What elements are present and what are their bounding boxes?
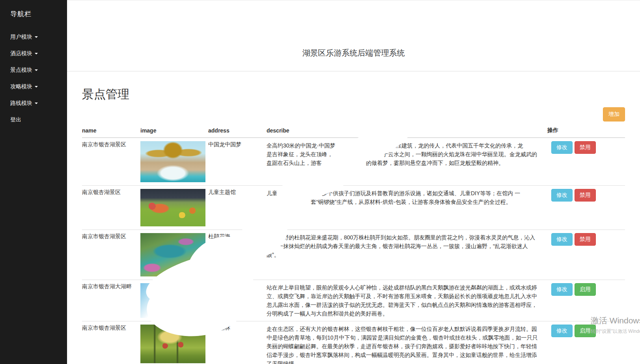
- row-actions: 修改禁用: [547, 230, 625, 280]
- column-header: name: [82, 124, 140, 138]
- sidebar-item-label: 路线模块: [10, 100, 32, 106]
- sidebar-item-label: 景点模块: [10, 67, 32, 73]
- spot-name: 南京市银杏湖景区: [82, 321, 140, 364]
- sidebar-item-module[interactable]: 用户模块: [0, 29, 67, 45]
- disable-button[interactable]: 禁用: [575, 141, 596, 154]
- watermark-line2: 转到“设置”以激活 Windows。: [591, 328, 640, 335]
- table-header-row: nameimageaddressdescribe操作: [82, 124, 625, 138]
- column-header: address: [208, 124, 267, 138]
- chevron-down-icon: [35, 53, 38, 54]
- spot-name: 南京市银杏湖大湖畔: [82, 280, 140, 321]
- edit-button[interactable]: 修改: [551, 283, 573, 296]
- sidebar-item-module[interactable]: 景点模块: [0, 62, 67, 78]
- sidebar-item-label: 酒店模块: [10, 50, 32, 56]
- windows-activation-watermark: 激活 Windows 转到“设置”以激活 Windows。: [591, 315, 640, 335]
- spot-describe: 站在岸上举目眺望，眼前的景观令人心旷神怡，远处成群结队的黑白天鹅飘游在波光粼粼的…: [267, 280, 547, 321]
- spot-describe: 遍野的杜鹃花迎来盛花期，800万株杜鹃开到如火如荼。朋友圈里的赏花之约，弥漫着水…: [267, 230, 547, 280]
- edit-button[interactable]: 修改: [551, 325, 573, 337]
- header-divider: [67, 71, 640, 71]
- sidebar-item-label: 登出: [10, 116, 21, 123]
- kids-playground-image: [140, 189, 205, 226]
- golden-dragon-fountain-image: [140, 141, 205, 182]
- spot-address: 中国龙中国梦: [208, 138, 267, 186]
- sidebar-nav: 用户模块酒店模块景点模块攻略模块路线模块登出: [0, 29, 67, 128]
- page-title: 景点管理: [82, 86, 625, 103]
- edit-button[interactable]: 修改: [551, 189, 573, 202]
- enable-button[interactable]: 启用: [575, 283, 596, 296]
- sidebar-item-module[interactable]: 路线模块: [0, 95, 67, 112]
- chevron-down-icon: [35, 69, 38, 71]
- chevron-down-icon: [35, 36, 38, 38]
- toolbar: 增加: [82, 107, 625, 121]
- sidebar-title: 导航栏: [0, 0, 67, 26]
- sidebar-item-logout[interactable]: 登出: [0, 112, 67, 128]
- disable-button[interactable]: 禁用: [575, 233, 596, 246]
- table-row: 南京银杏湖景区儿童主题馆儿童 了多个供孩子们游玩及科普教育的游乐设施，诸如交通城…: [82, 186, 625, 230]
- row-actions: 修改禁用: [547, 186, 625, 230]
- spot-name: 南京市银杏湖景区: [82, 138, 140, 186]
- watermark-line1: 激活 Windows: [591, 315, 640, 326]
- sidebar-item-label: 攻略模块: [10, 83, 32, 90]
- spot-name: 南京银杏湖景区: [82, 186, 140, 230]
- disable-button[interactable]: 禁用: [575, 189, 596, 202]
- sidebar-item-label: 用户模块: [10, 34, 32, 40]
- column-header: 操作: [547, 124, 625, 138]
- row-actions: 修改禁用: [547, 138, 625, 186]
- spot-describe: 走在生态区，还有大片的银杏树林，这些银杏树枝干粗壮，像一位位百岁老人默默诉说着四…: [267, 321, 547, 364]
- edit-button[interactable]: 修改: [551, 141, 573, 154]
- sidebar: 导航栏 用户模块酒店模块景点模块攻略模块路线模块登出: [0, 0, 67, 364]
- edit-button[interactable]: 修改: [551, 233, 573, 246]
- app-title: 湖景区乐游系统后端管理系统: [67, 0, 640, 58]
- chevron-down-icon: [35, 86, 38, 88]
- add-button[interactable]: 增加: [603, 107, 625, 121]
- sidebar-item-module[interactable]: 酒店模块: [0, 45, 67, 62]
- column-header: image: [140, 124, 208, 138]
- sidebar-item-module[interactable]: 攻略模块: [0, 78, 67, 95]
- spot-name: 南京市银杏湖景区: [82, 230, 140, 280]
- chevron-down-icon: [35, 103, 38, 104]
